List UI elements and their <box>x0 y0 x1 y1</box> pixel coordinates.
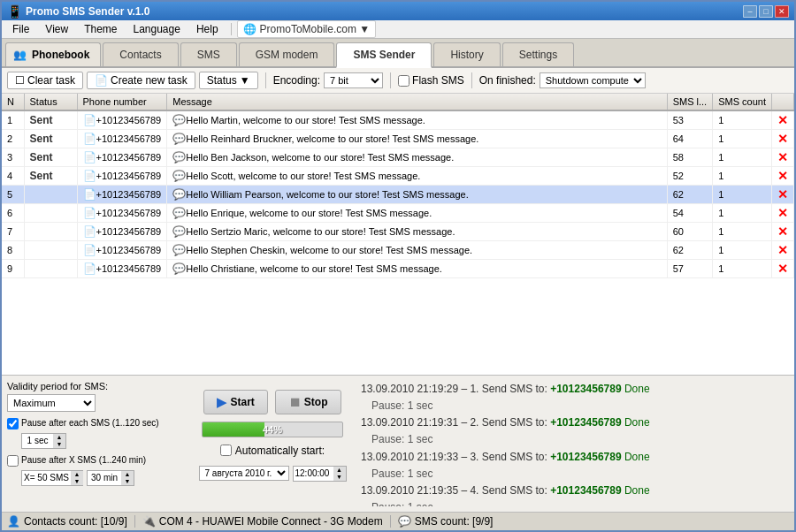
time-input[interactable] <box>294 467 333 479</box>
menu-view[interactable]: View <box>38 21 75 37</box>
pause2-min-up[interactable]: ▲ <box>121 471 134 478</box>
tab-contacts[interactable]: Contacts <box>103 42 178 66</box>
delete-icon[interactable]: ✕ <box>777 132 788 146</box>
time-spinner[interactable]: ▲ ▼ <box>293 466 347 482</box>
encoding-select[interactable]: 7 bit Unicode <box>324 72 383 88</box>
cell-delete[interactable]: ✕ <box>772 148 794 167</box>
delete-icon[interactable]: ✕ <box>777 187 788 201</box>
stop-button[interactable]: ⏹ Stop <box>275 390 341 414</box>
delete-icon[interactable]: ✕ <box>777 243 788 257</box>
table-row[interactable]: 4 Sent 📄+10123456789 💬Hello Scott, welco… <box>2 167 794 186</box>
delete-icon[interactable]: ✕ <box>777 224 788 239</box>
date-select[interactable]: 7 августа 2010 г. <box>199 466 289 481</box>
cell-delete[interactable]: ✕ <box>772 223 794 241</box>
pause2-x-up[interactable]: ▲ <box>71 471 83 478</box>
cell-sms-count: 1 <box>713 260 772 278</box>
toolbar-sep3 <box>471 72 472 88</box>
cell-phone: 📄+10123456789 <box>77 167 167 186</box>
cell-delete[interactable]: ✕ <box>772 110 794 130</box>
delete-icon[interactable]: ✕ <box>777 150 788 164</box>
cell-sms-len: 62 <box>667 241 713 260</box>
clear-task-button[interactable]: ☐ Clear task <box>7 72 83 89</box>
validity-select[interactable]: Maximum 1 hour 6 hours 24 hours <box>7 394 96 412</box>
cell-message: 💬Hello Enrique, welcome to our store! Te… <box>167 204 667 223</box>
pause1-checkbox[interactable] <box>7 418 19 429</box>
table-row[interactable]: 5 📄+10123456789 💬Hello William Pearson, … <box>2 186 794 204</box>
table-row[interactable]: 2 Sent 📄+10123456789 💬Hello Reinhard Bru… <box>2 130 794 148</box>
cell-delete[interactable]: ✕ <box>772 260 794 278</box>
menu-file[interactable]: File <box>5 21 36 37</box>
cell-n: 7 <box>2 223 24 241</box>
cell-status <box>24 241 77 260</box>
pause2-min-spinner[interactable]: ▲ ▼ <box>87 470 134 486</box>
time-down-btn[interactable]: ▼ <box>333 474 346 481</box>
cell-status <box>24 260 77 278</box>
auto-start-row: Automatically start: <box>220 445 325 457</box>
minimize-button[interactable]: – <box>743 5 757 18</box>
menu-logo[interactable]: 🌐 PromoToMobile.com ▼ <box>237 20 377 38</box>
phone-icon: 📄 <box>83 170 96 182</box>
start-stop-row: ▶ Start ⏹ Stop <box>203 390 341 414</box>
status-label: Status <box>207 74 237 87</box>
cell-delete[interactable]: ✕ <box>772 204 794 223</box>
tab-settings[interactable]: Settings <box>502 42 574 66</box>
table-row[interactable]: 7 📄+10123456789 💬Hello Sertzio Maric, we… <box>2 223 794 241</box>
maximize-button[interactable]: □ <box>759 5 773 18</box>
delete-icon[interactable]: ✕ <box>777 262 788 276</box>
sms-status: 💬 SMS count: [9/9] <box>398 515 494 528</box>
menu-help[interactable]: Help <box>189 21 226 37</box>
flash-sms-check[interactable]: Flash SMS <box>398 74 464 87</box>
delete-icon[interactable]: ✕ <box>777 113 788 127</box>
menu-language[interactable]: Language <box>126 21 188 37</box>
create-task-button[interactable]: 📄 Create new task <box>87 72 195 89</box>
pause1-up-btn[interactable]: ▲ <box>53 434 65 441</box>
on-finished-select[interactable]: Shutdown computer Do nothing Restart com… <box>540 72 646 88</box>
tab-sender[interactable]: SMS Sender <box>336 42 432 68</box>
cell-sms-count: 1 <box>713 223 772 241</box>
tab-phonebook[interactable]: 👥 Phonebook <box>5 42 101 66</box>
start-label: Start <box>230 396 254 408</box>
time-up-btn[interactable]: ▲ <box>333 467 346 474</box>
tab-sms[interactable]: SMS <box>180 42 237 66</box>
pause2-checkbox[interactable] <box>7 455 19 467</box>
status-sep1 <box>134 515 135 528</box>
gsm-label: GSM modem <box>256 49 318 61</box>
start-button[interactable]: ▶ Start <box>203 390 267 414</box>
pause1-check: Pause after each SMS (1..120 sec) <box>7 417 184 429</box>
tab-history[interactable]: History <box>433 42 500 66</box>
pause2-x-input[interactable] <box>22 472 71 483</box>
cell-delete[interactable]: ✕ <box>772 130 794 148</box>
status-bar: 👤 Contacts count: [10/9] 🔌 COM 4 - HUAWE… <box>2 512 794 530</box>
pause1-spinner[interactable]: ▲ ▼ <box>21 433 66 449</box>
delete-icon[interactable]: ✕ <box>777 169 788 183</box>
status-button[interactable]: Status ▼ <box>199 72 258 89</box>
cell-phone: 📄+10123456789 <box>77 130 167 148</box>
menu-theme[interactable]: Theme <box>77 21 124 37</box>
close-button[interactable]: ✕ <box>775 5 789 18</box>
pause2-min-down[interactable]: ▼ <box>121 478 134 485</box>
tab-gsm[interactable]: GSM modem <box>239 42 335 66</box>
settings-label: Settings <box>519 49 557 61</box>
cell-delete[interactable]: ✕ <box>772 241 794 260</box>
pause1-down-btn[interactable]: ▼ <box>53 441 65 448</box>
cell-delete[interactable]: ✕ <box>772 167 794 186</box>
auto-start-checkbox[interactable] <box>220 445 232 456</box>
pause1-spinner-btns: ▲ ▼ <box>53 434 65 448</box>
col-header-smsc: SMS count <box>713 94 772 110</box>
pause2-x-spinner[interactable]: ▲ ▼ <box>21 470 83 486</box>
clear-icon: ☐ <box>15 74 25 87</box>
table-row[interactable]: 8 📄+10123456789 💬Hello Stephen Cheskin, … <box>2 241 794 260</box>
table-row[interactable]: 3 Sent 📄+10123456789 💬Hello Ben Jackson,… <box>2 148 794 167</box>
table-row[interactable]: 1 Sent 📄+10123456789 💬Hello Martin, welc… <box>2 110 794 130</box>
table-row[interactable]: 6 📄+10123456789 💬Hello Enrique, welcome … <box>2 204 794 223</box>
pause1-input[interactable] <box>22 435 53 446</box>
table-row[interactable]: 9 📄+10123456789 💬Hello Christiane, welco… <box>2 260 794 278</box>
pause2-x-down[interactable]: ▼ <box>71 478 83 485</box>
cell-message: 💬Hello Christiane, welcome to our store!… <box>167 260 667 278</box>
cell-delete[interactable]: ✕ <box>772 186 794 204</box>
pause2-min-input[interactable] <box>88 472 121 483</box>
flash-sms-checkbox[interactable] <box>398 75 409 87</box>
pause2-check: Pause after X SMS (1..240 min) <box>7 454 184 467</box>
delete-icon[interactable]: ✕ <box>777 206 788 220</box>
log-panel: 13.09.2010 21:19:29 – 1. Send SMS to: +1… <box>361 381 789 506</box>
